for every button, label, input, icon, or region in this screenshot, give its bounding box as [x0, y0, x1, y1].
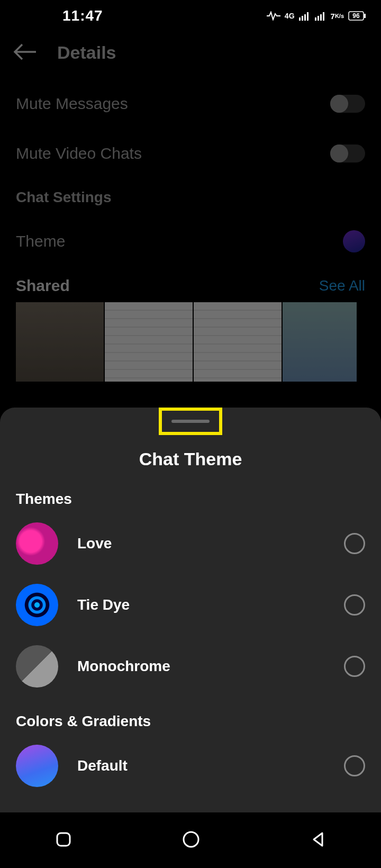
- svg-rect-5: [318, 16, 319, 21]
- svg-rect-7: [323, 12, 324, 21]
- net-speed: 7K/s: [331, 12, 344, 20]
- tiedye-theme-icon: [16, 584, 58, 626]
- radio-unselected[interactable]: [344, 533, 365, 554]
- theme-option-label: Tie Dye: [77, 596, 325, 613]
- activity-icon: [267, 11, 280, 21]
- mute-messages-label: Mute Messages: [16, 95, 128, 113]
- mute-video-row[interactable]: Mute Video Chats: [16, 129, 365, 178]
- mute-messages-toggle[interactable]: [330, 95, 365, 113]
- svg-point-12: [184, 832, 198, 847]
- status-right: 4G 7K/s 96: [267, 11, 366, 21]
- signal-1-icon: [299, 11, 311, 21]
- nav-back-icon[interactable]: [310, 831, 326, 850]
- mute-video-toggle[interactable]: [330, 144, 365, 162]
- mute-video-label: Mute Video Chats: [16, 144, 142, 162]
- shared-thumbnails: [0, 302, 381, 382]
- svg-rect-1: [302, 16, 303, 21]
- app-header: Details: [0, 32, 381, 79]
- svg-text:96: 96: [352, 12, 360, 20]
- current-theme-swatch: [343, 230, 365, 252]
- settings-list: Mute Messages Mute Video Chats Chat Sett…: [0, 79, 381, 266]
- mute-messages-row[interactable]: Mute Messages: [16, 79, 365, 129]
- shared-title: Shared: [16, 277, 70, 295]
- theme-row[interactable]: Theme: [16, 216, 365, 266]
- love-theme-icon: [16, 522, 58, 565]
- theme-option-label: Monochrome: [77, 658, 325, 675]
- signal-2-icon: [315, 11, 326, 21]
- network-type: 4G: [285, 12, 295, 20]
- svg-rect-6: [320, 14, 322, 21]
- back-arrow-icon[interactable]: [13, 43, 36, 63]
- status-bar: 11:47 4G 7K/s 96: [0, 0, 381, 32]
- colors-section-label: Colors & Gradients: [0, 697, 381, 735]
- page-title: Details: [57, 42, 116, 63]
- radio-unselected[interactable]: [344, 755, 365, 776]
- theme-option-tiedye[interactable]: Tie Dye: [0, 574, 381, 636]
- svg-rect-0: [299, 17, 301, 21]
- shared-header: Shared See All: [0, 266, 381, 302]
- battery-icon: 96: [348, 11, 366, 21]
- nav-recent-icon[interactable]: [55, 830, 72, 851]
- system-nav-bar: [0, 812, 381, 868]
- default-color-icon: [16, 745, 58, 787]
- radio-unselected[interactable]: [344, 656, 365, 677]
- monochrome-theme-icon: [16, 645, 58, 688]
- shared-thumb[interactable]: [283, 302, 357, 382]
- themes-section-label: Themes: [0, 485, 381, 513]
- radio-unselected[interactable]: [344, 594, 365, 616]
- sheet-handle-highlight: [159, 408, 222, 435]
- theme-option-love[interactable]: Love: [0, 513, 381, 574]
- sheet-drag-handle[interactable]: [171, 420, 210, 423]
- status-time: 11:47: [15, 7, 103, 24]
- see-all-link[interactable]: See All: [319, 277, 365, 294]
- theme-label: Theme: [16, 232, 65, 250]
- theme-option-monochrome[interactable]: Monochrome: [0, 636, 381, 697]
- chat-settings-label: Chat Settings: [16, 178, 365, 216]
- color-option-default[interactable]: Default: [0, 735, 381, 797]
- svg-rect-4: [315, 17, 316, 21]
- shared-thumb[interactable]: [105, 302, 193, 382]
- background-dimmed-content: Details Mute Messages Mute Video Chats C…: [0, 32, 381, 382]
- shared-thumb[interactable]: [16, 302, 104, 382]
- color-option-label: Default: [77, 757, 325, 774]
- theme-option-label: Love: [77, 535, 325, 552]
- shared-thumb[interactable]: [194, 302, 282, 382]
- nav-home-icon[interactable]: [182, 830, 201, 851]
- svg-rect-9: [364, 14, 366, 18]
- chat-theme-sheet: Chat Theme Themes Love Tie Dye Monochrom…: [0, 408, 381, 812]
- svg-rect-3: [307, 12, 309, 21]
- svg-rect-11: [57, 833, 70, 846]
- svg-rect-2: [304, 14, 306, 21]
